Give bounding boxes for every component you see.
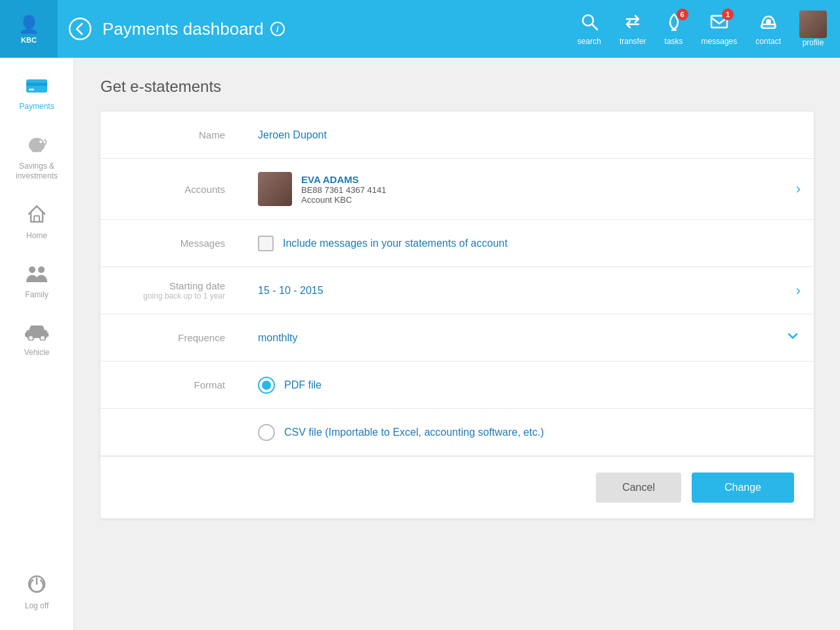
account-name: EVA ADAMS — [301, 174, 386, 185]
sidebar-payments-label: Payments — [19, 102, 54, 111]
sidebar-family-label: Family — [25, 290, 48, 299]
logoff-button[interactable]: Log off — [20, 561, 54, 623]
back-button[interactable] — [68, 17, 92, 41]
pdf-label: PDF file — [284, 379, 322, 391]
accounts-row: Accounts EVA ADAMS BE88 7361 4367 4141 A… — [100, 159, 814, 220]
home-icon — [27, 204, 47, 228]
sidebar-item-payments[interactable]: Payments — [0, 64, 74, 123]
tasks-icon: 6 — [665, 12, 683, 35]
messages-text: Include messages in your statements of a… — [283, 238, 507, 249]
format-pdf-row: Format PDF file — [100, 362, 814, 409]
nav-transfer[interactable]: transfer — [620, 12, 646, 46]
format-csv-value: CSV file (Importable to Excel, accountin… — [245, 411, 814, 454]
nav-tasks[interactable]: 6 tasks — [665, 12, 683, 46]
svg-point-6 — [766, 19, 771, 24]
sidebar: Payments Savings & investments — [0, 58, 74, 630]
starting-date-label: Starting date going back up to 1 year — [100, 267, 245, 314]
csv-label: CSV file (Importable to Excel, accountin… — [284, 427, 544, 438]
logoff-icon — [27, 574, 47, 598]
logo-text: KBC — [21, 36, 37, 44]
svg-point-0 — [70, 18, 91, 39]
svg-point-1 — [583, 15, 593, 26]
svg-rect-10 — [29, 89, 34, 91]
nav-search[interactable]: search — [578, 12, 601, 46]
format-pdf-value: PDF file — [245, 364, 814, 407]
radio-pdf[interactable] — [258, 377, 275, 394]
frequence-value: monthlty — [245, 319, 785, 357]
frequence-dropdown[interactable] — [785, 328, 814, 348]
form-card: Name Jeroen Dupont Accounts EVA ADAMS BE… — [100, 112, 814, 518]
messages-label: Messages — [100, 224, 245, 262]
contact-label: contact — [755, 37, 781, 46]
vehicle-icon — [25, 323, 49, 345]
sidebar-item-home[interactable]: Home — [0, 192, 74, 252]
avatar — [799, 10, 827, 38]
account-number: BE88 7361 4367 4141 — [301, 185, 386, 195]
starting-date-chevron[interactable]: › — [796, 282, 814, 299]
frequence-label: Frequence — [100, 319, 245, 356]
messages-badge: 1 — [722, 9, 734, 20]
accounts-chevron[interactable]: › — [796, 180, 814, 198]
nav-contact[interactable]: contact — [755, 12, 781, 46]
logo: 👤 KBC — [0, 0, 58, 58]
starting-date-value: 15 - 10 - 2015 — [245, 272, 796, 310]
sidebar-item-savings[interactable]: Savings & investments — [0, 123, 74, 192]
svg-point-18 — [40, 335, 45, 341]
header-nav: search transfer 6 tasks — [578, 10, 827, 47]
logoff-label: Log off — [25, 601, 49, 610]
tasks-label: tasks — [665, 37, 683, 46]
name-value: Jeroen Dupont — [245, 116, 814, 154]
transfer-icon — [623, 12, 642, 35]
cancel-button[interactable]: Cancel — [596, 472, 681, 503]
change-button[interactable]: Change — [692, 472, 794, 503]
nav-messages[interactable]: 1 messages — [702, 12, 738, 46]
sidebar-item-family[interactable]: Family — [0, 253, 74, 311]
messages-value: Include messages in your statements of a… — [245, 222, 814, 264]
accounts-label: Accounts — [100, 171, 245, 208]
sidebar-home-label: Home — [26, 231, 47, 240]
account-avatar — [258, 172, 292, 206]
svg-rect-9 — [26, 83, 47, 86]
name-row: Name Jeroen Dupont — [100, 112, 814, 159]
frequence-row: Frequence monthlty — [100, 314, 814, 362]
tasks-badge: 6 — [677, 9, 688, 20]
kbc-icon: 👤 — [18, 14, 39, 35]
messages-row: Messages Include messages in your statem… — [100, 220, 814, 267]
format-label: Format — [100, 366, 245, 404]
sidebar-vehicle-label: Vehicle — [24, 348, 50, 357]
radio-csv[interactable] — [258, 424, 275, 441]
payments-icon — [26, 76, 48, 99]
messages-icon: 1 — [710, 12, 728, 35]
svg-point-17 — [28, 335, 33, 341]
svg-line-2 — [592, 24, 597, 30]
account-info: EVA ADAMS BE88 7361 4367 4141 Account KB… — [258, 172, 386, 206]
search-label: search — [578, 37, 601, 46]
profile-label: profile — [803, 38, 824, 47]
sidebar-item-vehicle[interactable]: Vehicle — [0, 311, 74, 369]
buttons-row: Cancel Change — [100, 456, 814, 518]
messages-label: messages — [702, 37, 738, 46]
search-icon — [580, 12, 598, 35]
svg-rect-7 — [761, 24, 776, 28]
info-icon[interactable]: i — [270, 22, 285, 36]
nav-profile[interactable]: profile — [799, 10, 827, 47]
svg-point-14 — [29, 266, 35, 273]
format-csv-row: CSV file (Importable to Excel, accountin… — [100, 409, 814, 456]
transfer-label: transfer — [620, 37, 646, 46]
name-label: Name — [100, 116, 245, 154]
sidebar-savings-label: Savings & investments — [16, 161, 58, 180]
family-icon — [26, 264, 48, 287]
svg-point-12 — [39, 140, 42, 143]
svg-rect-20 — [47, 333, 49, 337]
svg-rect-13 — [34, 216, 39, 222]
svg-point-11 — [29, 138, 45, 152]
format-csv-label-empty — [100, 419, 245, 446]
messages-checkbox[interactable] — [258, 236, 274, 251]
starting-date-row: Starting date going back up to 1 year 15… — [100, 267, 814, 314]
contact-icon — [759, 12, 778, 35]
header: 👤 KBC Payments dashboard i search — [0, 0, 840, 58]
starting-date-sublabel: going back up to 1 year — [120, 291, 225, 301]
svg-point-15 — [38, 266, 45, 273]
svg-rect-19 — [25, 333, 27, 337]
get-estatements-title: Get e-statements — [100, 77, 814, 96]
